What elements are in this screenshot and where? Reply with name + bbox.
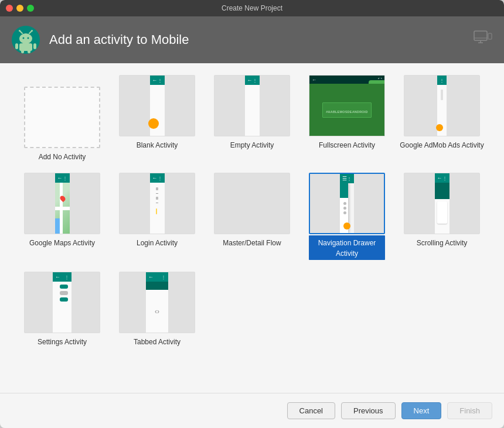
activity-selection-panel: Add No Activity ← ⋮ Blank Activity — [0, 63, 504, 393]
device-icon — [474, 30, 492, 49]
activity-thumb-no-activity — [24, 87, 100, 148]
activity-item-maps[interactable]: ← ⋮ Google Maps Activity — [18, 173, 107, 260]
activity-item-tabbed[interactable]: ← ⋮ ‹ › Tabbed Activity — [113, 272, 202, 346]
activity-item-scrolling[interactable]: ← ⋮ Scrolling Activity — [397, 173, 486, 260]
activity-thumb-settings: ← ⋮ — [24, 272, 100, 333]
activity-label-settings: Settings Activity — [38, 338, 87, 346]
next-button[interactable]: Next — [401, 402, 442, 419]
footer: Cancel Previous Next Finish — [0, 393, 504, 428]
title-bar: Create New Project — [0, 0, 504, 16]
window-title: Create New Project — [222, 4, 282, 12]
svg-rect-10 — [33, 43, 36, 49]
activity-label-empty: Empty Activity — [230, 141, 274, 149]
activity-label-fullscreen: Fullscreen Activity — [319, 141, 375, 149]
activity-label-nav-drawer: Navigation Drawer Activity — [318, 239, 376, 258]
activity-thumb-scrolling: ← ⋮ — [404, 173, 480, 234]
svg-rect-11 — [21, 50, 24, 53]
activity-item-login[interactable]: ← ⋮ Login Activity — [113, 173, 202, 260]
activity-thumb-master-detail — [214, 173, 290, 234]
activity-label-blank: Blank Activity — [137, 141, 178, 149]
previous-button[interactable]: Previous — [341, 402, 396, 419]
cancel-button[interactable]: Cancel — [287, 402, 335, 419]
activity-label-maps: Google Maps Activity — [29, 239, 95, 247]
svg-point-6 — [23, 37, 25, 39]
svg-point-7 — [28, 37, 29, 39]
activity-grid: Add No Activity ← ⋮ Blank Activity — [18, 75, 486, 346]
activity-label-tabbed: Tabbed Activity — [134, 338, 181, 346]
svg-point-3 — [19, 30, 21, 32]
activity-item-blank[interactable]: ← ⋮ Blank Activity — [113, 75, 202, 161]
activity-item-settings[interactable]: ← ⋮ — [18, 272, 107, 346]
finish-button[interactable]: Finish — [447, 402, 492, 419]
svg-rect-8 — [19, 43, 32, 51]
activity-thumb-admob: ⋮ — [404, 75, 480, 136]
activity-thumb-login: ← ⋮ — [119, 173, 195, 234]
activity-label-no-activity: Add No Activity — [39, 153, 86, 161]
svg-rect-17 — [488, 33, 492, 39]
svg-point-1 — [19, 33, 32, 44]
activity-thumb-tabbed: ← ⋮ ‹ › — [119, 272, 195, 333]
activity-item-admob[interactable]: ⋮ Google AdMob Ads Activity — [397, 75, 486, 161]
traffic-lights — [6, 5, 34, 12]
activity-thumb-nav-drawer: ☰ ⋮ — [309, 173, 385, 234]
maximize-button[interactable] — [27, 5, 34, 12]
activity-label-scrolling: Scrolling Activity — [417, 239, 468, 247]
activity-label-admob: Google AdMob Ads Activity — [400, 141, 483, 149]
svg-rect-9 — [15, 43, 18, 49]
page-title: Add an activity to Mobile — [49, 32, 189, 47]
header: Add an activity to Mobile — [0, 16, 504, 63]
close-button[interactable] — [6, 5, 13, 12]
svg-rect-12 — [28, 50, 30, 53]
activity-item-empty[interactable]: ← ⋮ Empty Activity — [207, 75, 297, 161]
activity-thumb-maps: ← ⋮ — [24, 173, 100, 234]
activity-item-no-activity[interactable]: Add No Activity — [18, 75, 107, 161]
svg-point-5 — [31, 30, 33, 32]
activity-label-master-detail: Master/Detail Flow — [223, 239, 281, 247]
minimize-button[interactable] — [16, 5, 23, 12]
activity-label-login: Login Activity — [137, 239, 178, 247]
android-logo-icon — [12, 26, 40, 54]
activity-thumb-blank: ← ⋮ — [119, 75, 195, 136]
activity-item-master-detail[interactable]: Master/Detail Flow — [207, 173, 297, 260]
activity-item-nav-drawer[interactable]: ☰ ⋮ — [302, 173, 391, 260]
svg-rect-13 — [474, 31, 487, 40]
activity-thumb-empty: ← ⋮ — [214, 75, 290, 136]
activity-thumb-fullscreen: #HABLEMOSDEANDROID ← ⛶ 🤖 #HABLEMOSDEANDR… — [309, 75, 385, 136]
activity-item-fullscreen[interactable]: #HABLEMOSDEANDROID ← ⛶ 🤖 #HABLEMOSDEANDR… — [302, 75, 391, 161]
